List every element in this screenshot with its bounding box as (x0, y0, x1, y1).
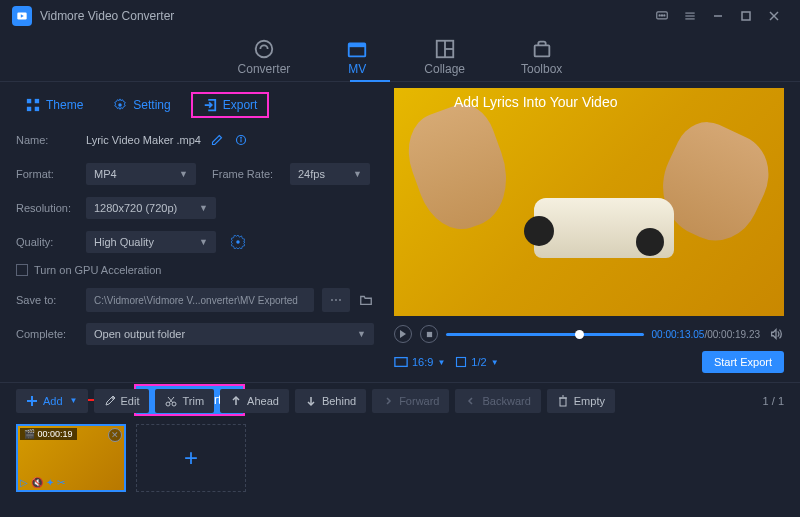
svg-rect-33 (395, 358, 407, 367)
current-time: 00:00:13.05 (652, 329, 705, 340)
tab-underline (350, 80, 390, 82)
chevron-down-icon: ▼ (437, 358, 445, 367)
edit-button[interactable]: Edit (94, 389, 150, 413)
app-logo (12, 6, 32, 26)
edit-name-icon[interactable] (209, 132, 225, 148)
maximize-button[interactable] (732, 2, 760, 30)
chevron-down-icon: ▼ (357, 329, 366, 339)
play-button[interactable] (394, 325, 412, 343)
sub-tab-theme-label: Theme (46, 98, 83, 112)
svg-point-4 (661, 15, 662, 16)
clip-play-icon[interactable]: ▷ (20, 477, 28, 488)
sub-tab-theme[interactable]: Theme (16, 94, 93, 116)
forward-button[interactable]: Forward (372, 389, 449, 413)
sub-tab-export-label: Export (223, 98, 258, 112)
saveto-more-button[interactable]: ⋯ (322, 288, 350, 312)
tab-converter[interactable]: Converter (230, 34, 299, 80)
saveto-label: Save to: (16, 294, 78, 306)
aspect-ratio-select[interactable]: 16:9 ▼ (394, 356, 445, 368)
edit-label: Edit (121, 395, 140, 407)
sub-tab-setting-label: Setting (133, 98, 170, 112)
menu-icon[interactable] (676, 2, 704, 30)
chevron-down-icon: ▼ (70, 396, 78, 405)
right-panel: Add Lyrics Into Your Video 00:00:13.05/0… (390, 82, 800, 382)
clip-thumbnail[interactable]: 🎬 00:00:19 ✕ ▷ 🔇 ✦ ✂ (16, 424, 126, 492)
titlebar: Vidmore Video Converter (0, 0, 800, 32)
forward-label: Forward (399, 395, 439, 407)
progress-bar[interactable] (446, 333, 644, 336)
preview-lyrics-text: Add Lyrics Into Your Video (454, 94, 617, 110)
quality-select[interactable]: High Quality▼ (86, 231, 216, 253)
quality-value: High Quality (94, 236, 154, 248)
resolution-value: 1280x720 (720p) (94, 202, 177, 214)
clip-tool-icons: ▷ 🔇 ✦ ✂ (20, 477, 65, 488)
gpu-label: Turn on GPU Acceleration (34, 264, 161, 276)
gpu-checkbox[interactable] (16, 264, 28, 276)
format-select[interactable]: MP4▼ (86, 163, 196, 185)
resolution-select[interactable]: 1280x720 (720p)▼ (86, 197, 216, 219)
add-clip-button[interactable]: + (136, 424, 246, 492)
svg-rect-32 (426, 331, 431, 336)
volume-icon[interactable] (768, 326, 784, 342)
clip-trim-icon[interactable]: ✂ (57, 477, 65, 488)
add-button[interactable]: Add ▼ (16, 389, 88, 413)
feedback-icon[interactable] (648, 2, 676, 30)
quality-settings-icon[interactable] (230, 234, 246, 250)
framerate-value: 24fps (298, 168, 325, 180)
svg-rect-15 (349, 43, 366, 47)
behind-button[interactable]: Behind (295, 389, 366, 413)
backward-button[interactable]: Backward (455, 389, 540, 413)
start-export-button-small[interactable]: Start Export (702, 351, 784, 373)
info-icon[interactable] (233, 132, 249, 148)
tab-collage-label: Collage (424, 62, 465, 76)
clip-mute-icon[interactable]: 🔇 (31, 477, 43, 488)
framerate-select[interactable]: 24fps▼ (290, 163, 370, 185)
svg-rect-19 (534, 45, 549, 56)
tab-toolbox[interactable]: Toolbox (513, 34, 570, 80)
svg-rect-21 (35, 99, 39, 103)
resolution-label: Resolution: (16, 202, 78, 214)
complete-value: Open output folder (94, 328, 185, 340)
chevron-down-icon: ▼ (199, 237, 208, 247)
preview-car (534, 198, 674, 258)
minimize-button[interactable] (704, 2, 732, 30)
chevron-down-icon: ▼ (353, 169, 362, 179)
svg-point-3 (659, 15, 660, 16)
complete-select[interactable]: Open output folder▼ (86, 323, 374, 345)
svg-rect-23 (35, 107, 39, 111)
aspect-value: 16:9 (412, 356, 433, 368)
tab-mv[interactable]: MV (338, 34, 376, 80)
svg-rect-22 (27, 107, 31, 111)
svg-rect-20 (27, 99, 31, 103)
saveto-path[interactable]: C:\Vidmore\Vidmore V...onverter\MV Expor… (86, 288, 314, 312)
trim-button[interactable]: Trim (155, 389, 214, 413)
clip-duration: 🎬 00:00:19 (20, 428, 77, 440)
open-folder-icon[interactable] (358, 292, 374, 308)
tab-toolbox-label: Toolbox (521, 62, 562, 76)
svg-point-24 (119, 103, 123, 107)
backward-label: Backward (482, 395, 530, 407)
ahead-button[interactable]: Ahead (220, 389, 289, 413)
clip-effect-icon[interactable]: ✦ (46, 477, 54, 488)
svg-point-5 (664, 15, 665, 16)
close-button[interactable] (760, 2, 788, 30)
time-display: 00:00:13.05/00:00:19.23 (652, 329, 760, 340)
tab-collage[interactable]: Collage (416, 34, 473, 80)
left-panel: Theme Setting Export Name: Lyric Video M… (0, 82, 390, 382)
chevron-down-icon: ▼ (179, 169, 188, 179)
app-title: Vidmore Video Converter (40, 9, 174, 23)
video-preview[interactable]: Add Lyrics Into Your Video (394, 88, 784, 316)
svg-rect-34 (457, 358, 466, 367)
sub-tab-export[interactable]: Export (191, 92, 270, 118)
page-indicator: 1 / 1 (763, 395, 784, 407)
stop-button[interactable] (420, 325, 438, 343)
empty-button[interactable]: Empty (547, 389, 615, 413)
chevron-down-icon: ▼ (491, 358, 499, 367)
add-label: Add (43, 395, 63, 407)
player-row-2: 16:9 ▼ 1/2 ▼ Start Export (394, 348, 784, 376)
page-select[interactable]: 1/2 ▼ (455, 356, 498, 368)
preview-scene (394, 88, 784, 316)
name-label: Name: (16, 134, 78, 146)
sub-tab-setting[interactable]: Setting (103, 94, 180, 116)
clip-remove-icon[interactable]: ✕ (108, 428, 122, 442)
